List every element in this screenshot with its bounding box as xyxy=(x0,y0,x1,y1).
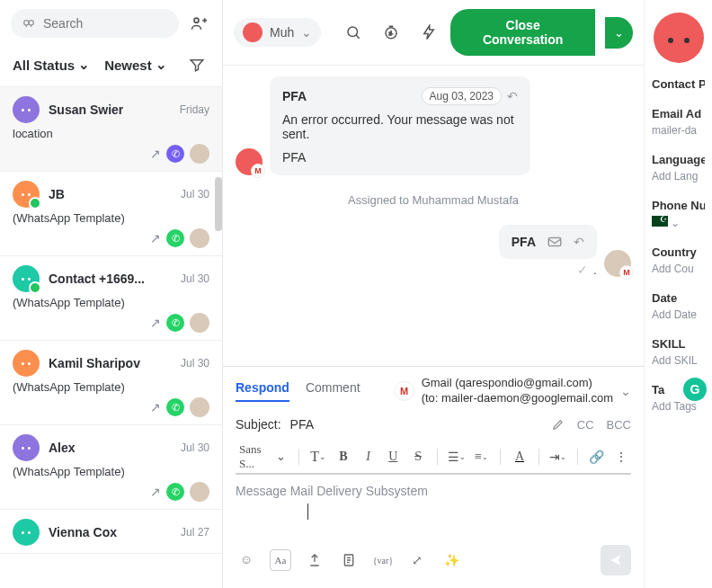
close-conversation-button[interactable]: Close Conversation xyxy=(450,9,595,56)
message-body: . xyxy=(593,263,597,277)
conversation-item[interactable]: • • Susan Swier Friday location ↗ ✆ xyxy=(0,87,222,172)
bold-button[interactable]: B xyxy=(334,446,353,468)
conversation-topbar: Muh ⌄ z Close Conversation ⌄ xyxy=(223,0,644,66)
conversation-item[interactable]: • • JB Jul 30 (WhatsApp Template) ↗ ✆ xyxy=(0,172,222,256)
svg-point-0 xyxy=(24,21,29,25)
search-input[interactable] xyxy=(43,16,168,31)
compose-toolbar: Sans S... ⌄ T⌄ B I U S ☰⌄ ≡⌄ A ⇥⌄ 🔗 ⋮ xyxy=(236,441,631,475)
bcc-button[interactable]: BCC xyxy=(607,418,631,432)
subject-value[interactable]: PFA xyxy=(290,417,543,432)
scrollbar[interactable] xyxy=(215,177,222,231)
italic-button[interactable]: I xyxy=(359,446,378,468)
compose-editor[interactable]: Message Mail Delivery Subsystem xyxy=(236,475,631,538)
indent-button[interactable]: ⇥⌄ xyxy=(548,446,568,468)
avatar: • • xyxy=(13,519,40,546)
sender-avatar: M xyxy=(604,250,631,277)
chevron-down-icon: ⌄ xyxy=(620,384,631,398)
attach-button[interactable] xyxy=(304,549,325,571)
status-filter[interactable]: All Status ⌄ xyxy=(13,57,90,73)
search-box[interactable] xyxy=(11,9,179,38)
tags-value[interactable]: Add Tags xyxy=(652,400,705,413)
expand-button[interactable]: ⤢ xyxy=(406,549,428,571)
strikethrough-button[interactable]: S xyxy=(408,446,428,468)
sent-check-icon: ✓ xyxy=(577,263,588,277)
compose-panel: Respond Comment M Gmail (qarespondio@gma… xyxy=(223,366,644,588)
send-button[interactable] xyxy=(601,545,631,575)
text-format-button[interactable]: Aa xyxy=(270,549,291,571)
conversation-item[interactable]: • • Kamil Sharipov Jul 30 (WhatsApp Temp… xyxy=(0,341,222,425)
sort-filter[interactable]: Newest ⌄ xyxy=(104,57,167,73)
conversation-date: Jul 30 xyxy=(181,272,209,285)
conversation-date: Friday xyxy=(180,103,209,116)
verified-badge xyxy=(29,281,41,294)
reply-icon[interactable]: ↶ xyxy=(507,89,518,103)
edit-subject-button[interactable] xyxy=(552,418,565,432)
conversation-item[interactable]: • • Contact +1669... Jul 30 (WhatsApp Te… xyxy=(0,256,222,341)
contact-selector[interactable]: Muh ⌄ xyxy=(234,18,321,47)
assignee-avatar xyxy=(190,482,209,502)
tab-respond[interactable]: Respond xyxy=(236,380,289,402)
date-value[interactable]: Add Date xyxy=(652,308,705,321)
avatar: • • xyxy=(13,181,40,208)
underline-button[interactable]: U xyxy=(383,446,403,468)
filter-button[interactable] xyxy=(184,52,209,77)
message-thread: M PFA Aug 03, 2023 ↶ An error occurred. … xyxy=(223,66,644,366)
to-address: (to: mailer-daemon@googlemail.com xyxy=(422,391,613,406)
editor-placeholder: Message Mail Delivery Subsystem xyxy=(236,484,428,498)
grammarly-icon[interactable]: G xyxy=(683,378,707,401)
assignment-notice: Assigned to Muhammad Mustafa xyxy=(236,193,631,207)
search-icon xyxy=(22,16,36,31)
mail-icon xyxy=(547,234,563,250)
language-label: Language xyxy=(652,153,705,166)
magic-button[interactable]: ✨ xyxy=(441,549,462,571)
cc-button[interactable]: CC xyxy=(577,418,594,432)
tab-comment[interactable]: Comment xyxy=(306,380,360,402)
contact-avatar xyxy=(243,22,263,42)
text-cursor xyxy=(307,503,309,520)
message-footer: PFA xyxy=(282,150,518,165)
close-conversation-dropdown[interactable]: ⌄ xyxy=(605,17,633,49)
message-subject: PFA xyxy=(512,235,536,249)
variable-button[interactable]: {var} xyxy=(372,549,394,571)
add-contact-button[interactable] xyxy=(186,11,211,36)
contact-name: Contact +1669... xyxy=(49,272,172,286)
conversation-main: Muh ⌄ z Close Conversation ⌄ M PFA Aug 0… xyxy=(223,0,644,588)
status-filter-label: All Status xyxy=(13,58,75,73)
reply-arrow-icon: ↗ xyxy=(150,147,161,161)
reply-icon[interactable]: ↶ xyxy=(574,235,584,249)
whatsapp-icon: ✆ xyxy=(166,483,184,501)
emoji-button[interactable]: ☺ xyxy=(236,549,257,571)
conversation-item[interactable]: • • Vienna Cox Jul 27 xyxy=(0,510,222,554)
assignee-avatar xyxy=(190,313,209,333)
from-selector[interactable]: M Gmail (qarespondio@gmail.com) (to: mai… xyxy=(395,376,631,406)
language-value[interactable]: Add Lang xyxy=(652,170,705,183)
sender-avatar: M xyxy=(236,148,263,175)
search-conversation-button[interactable] xyxy=(341,20,366,45)
conversation-date: Jul 27 xyxy=(181,526,209,539)
whatsapp-icon: ✆ xyxy=(166,398,184,416)
bolt-button[interactable] xyxy=(416,20,441,45)
conversation-preview: (WhatsApp Template) xyxy=(13,465,209,478)
list-button[interactable]: ☰⌄ xyxy=(447,446,467,468)
more-format-button[interactable]: ⋮ xyxy=(611,446,631,468)
message-subject: PFA xyxy=(282,89,307,103)
template-button[interactable] xyxy=(338,549,360,571)
contact-panel: Contact P Email Ad mailer-da Language Ad… xyxy=(644,0,712,588)
font-family-select[interactable]: Sans S... ⌄ xyxy=(236,446,289,468)
chevron-down-icon: ⌄ xyxy=(301,25,312,40)
font-size-button[interactable]: T⌄ xyxy=(308,446,328,468)
snooze-button[interactable]: z xyxy=(378,20,404,45)
country-value[interactable]: Add Cou xyxy=(652,263,705,275)
skill-value[interactable]: Add SKIL xyxy=(652,354,705,367)
conversation-date: Jul 30 xyxy=(181,188,209,200)
phone-value[interactable]: ⌄ xyxy=(652,216,705,229)
link-button[interactable]: 🔗 xyxy=(586,446,606,468)
email-value[interactable]: mailer-da xyxy=(652,124,705,137)
contact-name: JB xyxy=(49,187,172,201)
email-label: Email Ad xyxy=(652,107,705,120)
conversation-preview: (WhatsApp Template) xyxy=(13,211,209,225)
subject-label: Subject: xyxy=(236,417,281,432)
conversation-item[interactable]: • • Alex Jul 30 (WhatsApp Template) ↗ ✆ xyxy=(0,425,222,510)
align-button[interactable]: ≡⌄ xyxy=(472,446,492,468)
text-color-button[interactable]: A xyxy=(510,446,530,468)
